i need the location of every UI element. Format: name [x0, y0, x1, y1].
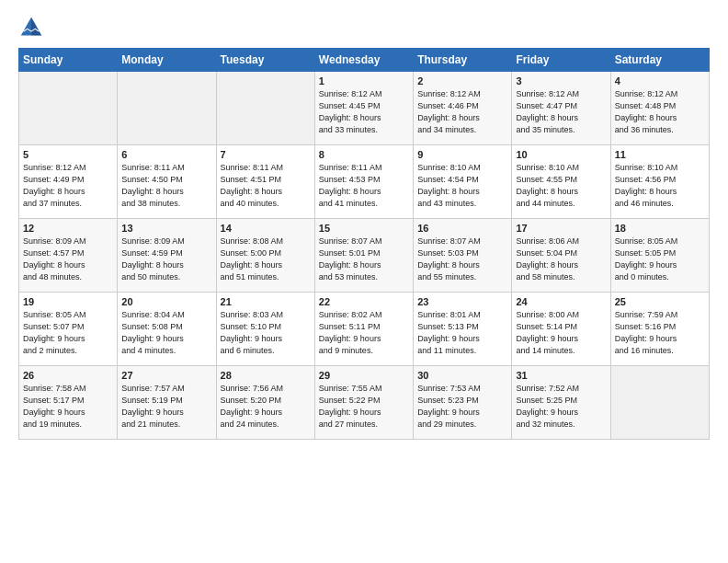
day-number: 25: [615, 296, 705, 307]
day-info: Sunrise: 8:07 AM Sunset: 5:03 PM Dayligh…: [417, 236, 507, 283]
day-number: 19: [23, 296, 113, 307]
day-cell: 27Sunrise: 7:57 AM Sunset: 5:19 PM Dayli…: [118, 366, 216, 440]
day-info: Sunrise: 8:02 AM Sunset: 5:11 PM Dayligh…: [319, 309, 409, 357]
day-number: 20: [121, 296, 211, 307]
day-info: Sunrise: 7:58 AM Sunset: 5:17 PM Dayligh…: [23, 383, 113, 431]
day-cell: 24Sunrise: 8:00 AM Sunset: 5:14 PM Dayli…: [512, 293, 610, 366]
day-cell: 31Sunrise: 7:52 AM Sunset: 5:25 PM Dayli…: [512, 366, 610, 440]
day-cell: 12Sunrise: 8:09 AM Sunset: 4:57 PM Dayli…: [19, 219, 118, 293]
week-row-1: 1Sunrise: 8:12 AM Sunset: 4:45 PM Daylig…: [19, 72, 710, 145]
day-number: 8: [319, 149, 409, 160]
col-header-tuesday: Tuesday: [216, 49, 314, 72]
day-info: Sunrise: 7:53 AM Sunset: 5:23 PM Dayligh…: [417, 383, 507, 431]
day-cell: 28Sunrise: 7:56 AM Sunset: 5:20 PM Dayli…: [216, 366, 314, 440]
week-row-2: 5Sunrise: 8:12 AM Sunset: 4:49 PM Daylig…: [19, 145, 710, 219]
day-cell: 13Sunrise: 8:09 AM Sunset: 4:59 PM Dayli…: [118, 219, 216, 293]
day-info: Sunrise: 7:59 AM Sunset: 5:16 PM Dayligh…: [615, 309, 705, 357]
day-info: Sunrise: 8:07 AM Sunset: 5:01 PM Dayligh…: [319, 236, 409, 283]
col-header-saturday: Saturday: [610, 49, 709, 72]
day-cell: 5Sunrise: 8:12 AM Sunset: 4:49 PM Daylig…: [19, 145, 118, 219]
day-info: Sunrise: 7:57 AM Sunset: 5:19 PM Dayligh…: [121, 383, 211, 431]
day-number: 15: [319, 223, 409, 234]
day-number: 11: [615, 149, 705, 160]
logo: [18, 15, 48, 40]
day-cell: 22Sunrise: 8:02 AM Sunset: 5:11 PM Dayli…: [314, 293, 413, 366]
week-row-5: 26Sunrise: 7:58 AM Sunset: 5:17 PM Dayli…: [19, 366, 710, 440]
day-info: Sunrise: 8:01 AM Sunset: 5:13 PM Dayligh…: [417, 309, 507, 357]
day-cell: 18Sunrise: 8:05 AM Sunset: 5:05 PM Dayli…: [610, 219, 709, 293]
day-cell: 30Sunrise: 7:53 AM Sunset: 5:23 PM Dayli…: [414, 366, 512, 440]
day-cell: [19, 72, 118, 145]
col-header-wednesday: Wednesday: [314, 49, 413, 72]
day-number: 10: [516, 149, 606, 160]
day-cell: 8Sunrise: 8:11 AM Sunset: 4:53 PM Daylig…: [314, 145, 413, 219]
day-info: Sunrise: 8:09 AM Sunset: 4:59 PM Dayligh…: [121, 236, 211, 283]
day-cell: 29Sunrise: 7:55 AM Sunset: 5:22 PM Dayli…: [314, 366, 413, 440]
day-number: 3: [516, 75, 606, 86]
day-info: Sunrise: 8:12 AM Sunset: 4:45 PM Dayligh…: [319, 88, 409, 136]
day-number: 12: [23, 223, 113, 234]
day-cell: 6Sunrise: 8:11 AM Sunset: 4:50 PM Daylig…: [118, 145, 216, 219]
day-cell: 2Sunrise: 8:12 AM Sunset: 4:46 PM Daylig…: [414, 72, 512, 145]
day-number: 7: [221, 149, 311, 160]
day-info: Sunrise: 8:10 AM Sunset: 4:56 PM Dayligh…: [615, 162, 705, 210]
day-info: Sunrise: 8:10 AM Sunset: 4:54 PM Dayligh…: [417, 162, 507, 210]
day-cell: 17Sunrise: 8:06 AM Sunset: 5:04 PM Dayli…: [512, 219, 610, 293]
day-number: 21: [221, 296, 311, 307]
day-cell: 26Sunrise: 7:58 AM Sunset: 5:17 PM Dayli…: [19, 366, 118, 440]
day-number: 27: [121, 370, 211, 381]
day-cell: 11Sunrise: 8:10 AM Sunset: 4:56 PM Dayli…: [610, 145, 709, 219]
day-cell: [216, 72, 314, 145]
day-info: Sunrise: 8:12 AM Sunset: 4:46 PM Dayligh…: [417, 88, 507, 136]
day-cell: 9Sunrise: 8:10 AM Sunset: 4:54 PM Daylig…: [414, 145, 512, 219]
day-cell: 15Sunrise: 8:07 AM Sunset: 5:01 PM Dayli…: [314, 219, 413, 293]
day-cell: 16Sunrise: 8:07 AM Sunset: 5:03 PM Dayli…: [414, 219, 512, 293]
day-cell: 14Sunrise: 8:08 AM Sunset: 5:00 PM Dayli…: [216, 219, 314, 293]
col-header-friday: Friday: [512, 49, 610, 72]
day-info: Sunrise: 8:11 AM Sunset: 4:53 PM Dayligh…: [319, 162, 409, 210]
day-cell: 23Sunrise: 8:01 AM Sunset: 5:13 PM Dayli…: [414, 293, 512, 366]
day-info: Sunrise: 8:04 AM Sunset: 5:08 PM Dayligh…: [121, 309, 211, 357]
day-info: Sunrise: 8:10 AM Sunset: 4:55 PM Dayligh…: [516, 162, 606, 210]
day-number: 24: [516, 296, 606, 307]
day-cell: [118, 72, 216, 145]
day-number: 6: [121, 149, 211, 160]
page: SundayMondayTuesdayWednesdayThursdayFrid…: [0, 0, 728, 449]
week-row-4: 19Sunrise: 8:05 AM Sunset: 5:07 PM Dayli…: [19, 293, 710, 366]
day-cell: 21Sunrise: 8:03 AM Sunset: 5:10 PM Dayli…: [216, 293, 314, 366]
day-cell: [610, 366, 709, 440]
day-number: 16: [417, 223, 507, 234]
day-number: 29: [319, 370, 409, 381]
day-cell: 20Sunrise: 8:04 AM Sunset: 5:08 PM Dayli…: [118, 293, 216, 366]
day-info: Sunrise: 8:08 AM Sunset: 5:00 PM Dayligh…: [221, 236, 311, 283]
day-number: 5: [23, 149, 113, 160]
day-number: 14: [221, 223, 311, 234]
col-header-monday: Monday: [118, 49, 216, 72]
calendar-table: SundayMondayTuesdayWednesdayThursdayFrid…: [18, 48, 710, 440]
day-cell: 7Sunrise: 8:11 AM Sunset: 4:51 PM Daylig…: [216, 145, 314, 219]
day-cell: 10Sunrise: 8:10 AM Sunset: 4:55 PM Dayli…: [512, 145, 610, 219]
day-info: Sunrise: 7:55 AM Sunset: 5:22 PM Dayligh…: [319, 383, 409, 431]
day-info: Sunrise: 8:12 AM Sunset: 4:49 PM Dayligh…: [23, 162, 113, 210]
header: [18, 15, 710, 40]
day-info: Sunrise: 8:12 AM Sunset: 4:48 PM Dayligh…: [615, 88, 705, 136]
day-info: Sunrise: 7:56 AM Sunset: 5:20 PM Dayligh…: [221, 383, 311, 431]
day-cell: 19Sunrise: 8:05 AM Sunset: 5:07 PM Dayli…: [19, 293, 118, 366]
day-info: Sunrise: 7:52 AM Sunset: 5:25 PM Dayligh…: [516, 383, 606, 431]
col-header-sunday: Sunday: [19, 49, 118, 72]
day-info: Sunrise: 8:12 AM Sunset: 4:47 PM Dayligh…: [516, 88, 606, 136]
day-number: 28: [221, 370, 311, 381]
day-info: Sunrise: 8:06 AM Sunset: 5:04 PM Dayligh…: [516, 236, 606, 283]
day-number: 31: [516, 370, 606, 381]
logo-icon: [18, 15, 44, 40]
day-number: 30: [417, 370, 507, 381]
day-number: 17: [516, 223, 606, 234]
day-number: 18: [615, 223, 705, 234]
day-number: 13: [121, 223, 211, 234]
day-number: 2: [417, 75, 507, 86]
day-info: Sunrise: 8:05 AM Sunset: 5:05 PM Dayligh…: [615, 236, 705, 283]
week-row-3: 12Sunrise: 8:09 AM Sunset: 4:57 PM Dayli…: [19, 219, 710, 293]
day-cell: 25Sunrise: 7:59 AM Sunset: 5:16 PM Dayli…: [610, 293, 709, 366]
day-info: Sunrise: 8:00 AM Sunset: 5:14 PM Dayligh…: [516, 309, 606, 357]
day-cell: 1Sunrise: 8:12 AM Sunset: 4:45 PM Daylig…: [314, 72, 413, 145]
